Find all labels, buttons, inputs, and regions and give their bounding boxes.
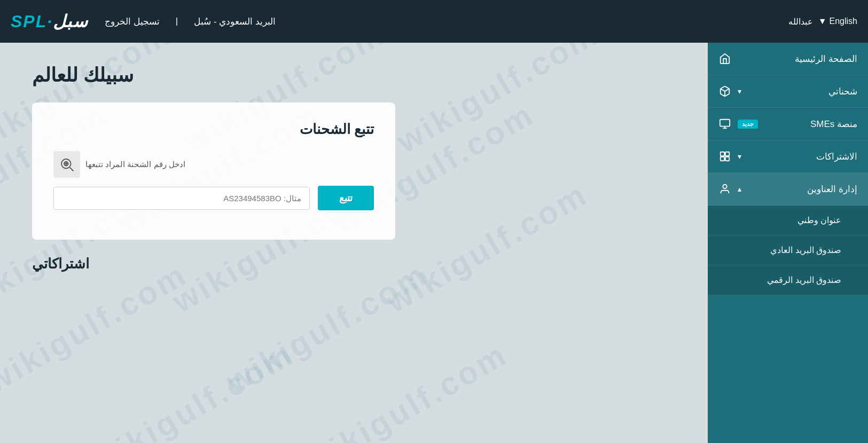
svg-rect-7 <box>725 157 729 161</box>
main-layout: الصفحة الرئيسية شحناتي ▾ منصة S <box>0 43 868 443</box>
logo-area: سبل·SPL <box>11 11 89 31</box>
sidebar-label-subscriptions: الاشتراكات <box>750 151 857 162</box>
sidebar-label-po-box: صندوق البريد العادي <box>718 245 841 255</box>
track-title: تتبع الشحنات <box>53 121 374 138</box>
sidebar-label-digital-po-box: صندوق البريد الرقمي <box>718 275 841 285</box>
track-hint-text: ادخل رقم الشحنة المراد تتبعها <box>85 160 185 169</box>
content-area: wikigulf.com wikigulf.com wikigulf.com w… <box>0 43 708 443</box>
sidebar: الصفحة الرئيسية شحناتي ▾ منصة S <box>708 43 868 443</box>
navbar-links: البريد السعودي - سُبل | تسجيل الخروج <box>105 16 276 27</box>
search-scan-icon <box>53 151 80 178</box>
svg-rect-5 <box>725 152 729 156</box>
sidebar-label-national-address: عنوان وطني <box>718 215 841 225</box>
badge-new: جديد <box>738 120 758 129</box>
shipments-arrow: ▾ <box>738 87 741 96</box>
sidebar-item-subscriptions[interactable]: الاشتراكات ▾ <box>708 140 868 173</box>
subscriptions-arrow: ▾ <box>738 152 741 161</box>
sidebar-item-shipments[interactable]: شحناتي ▾ <box>708 75 868 108</box>
subscriptions-title: اشتراكاتي <box>32 256 89 272</box>
brand-name: البريد السعودي - سُبل <box>194 16 276 27</box>
content-inner: سبيلك للعالم تتبع الشحنات ادخل رقم الشحن… <box>0 43 708 443</box>
track-input-wrapper <box>53 187 310 210</box>
home-icon <box>718 52 731 65</box>
hero-tagline: سبيلك للعالم <box>32 64 134 86</box>
sub-icon <box>718 150 731 163</box>
sidebar-item-addresses[interactable]: إدارة العناوين ▴ <box>708 173 868 205</box>
navbar-right: البريد السعودي - سُبل | تسجيل الخروج سبل… <box>11 11 276 31</box>
logo: سبل·SPL <box>11 11 89 31</box>
svg-line-10 <box>70 168 74 171</box>
track-input[interactable] <box>54 187 309 209</box>
sidebar-label-home: الصفحة الرئيسية <box>738 53 857 65</box>
svg-rect-1 <box>720 120 730 126</box>
nav-separator: | <box>176 16 178 27</box>
language-arrow: ▼ <box>818 17 827 26</box>
track-input-row: تتبع <box>53 186 374 210</box>
sidebar-item-digital-po-box[interactable]: صندوق البريد الرقمي <box>708 265 868 295</box>
sidebar-label-smes: منصة SMEs <box>764 118 857 130</box>
address-icon <box>718 183 731 195</box>
sidebar-item-home[interactable]: الصفحة الرئيسية <box>708 43 868 75</box>
smes-icon <box>718 117 731 130</box>
track-button[interactable]: تتبع <box>318 186 374 210</box>
sidebar-label-addresses: إدارة العناوين <box>750 184 857 195</box>
sidebar-label-shipments: شحناتي <box>750 86 857 97</box>
sidebar-item-po-box[interactable]: صندوق البريد العادي <box>708 235 868 265</box>
navbar: English ▼ عبدالله البريد السعودي - سُبل … <box>0 0 868 43</box>
package-icon <box>718 85 731 98</box>
track-card: تتبع الشحنات ادخل رقم الشحنة المراد تتبع… <box>32 102 395 240</box>
user-name: عبدالله <box>788 17 813 27</box>
track-hint-row: ادخل رقم الشحنة المراد تتبعها <box>53 151 374 178</box>
navbar-left: English ▼ عبدالله <box>788 17 857 27</box>
svg-point-8 <box>723 185 726 188</box>
svg-rect-6 <box>721 157 724 161</box>
language-label: English <box>830 17 857 26</box>
sidebar-item-national-address[interactable]: عنوان وطني <box>708 205 868 235</box>
sidebar-item-smes[interactable]: منصة SMEs جديد <box>708 108 868 140</box>
logout-link[interactable]: تسجيل الخروج <box>105 16 160 27</box>
language-selector[interactable]: English ▼ <box>818 17 857 26</box>
svg-rect-4 <box>721 152 724 156</box>
addresses-arrow: ▴ <box>738 185 741 193</box>
